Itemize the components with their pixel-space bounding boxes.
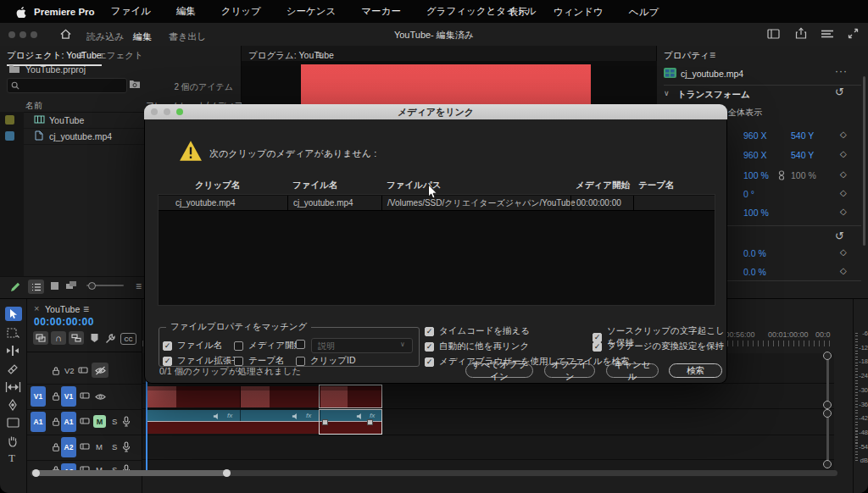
- track-output-off-icon[interactable]: [92, 363, 108, 378]
- source-track-badge-a1[interactable]: A1: [31, 412, 46, 432]
- fit-label[interactable]: 全体表示: [728, 107, 762, 119]
- linked-selection-icon[interactable]: [69, 331, 84, 345]
- selection-tool[interactable]: [5, 307, 22, 321]
- tab-effects[interactable]: エフェクト: [97, 50, 143, 62]
- target-track-badge-v1[interactable]: V1: [61, 386, 76, 407]
- menu-clip[interactable]: クリップ: [209, 5, 274, 18]
- sync-lock-icon[interactable]: [80, 442, 90, 451]
- lock-icon[interactable]: [52, 442, 60, 452]
- zoom-handle-right[interactable]: [223, 469, 231, 477]
- marker-icon[interactable]: [90, 333, 99, 343]
- captions-icon[interactable]: CC: [120, 333, 136, 345]
- audio-scrollbar-handle-top[interactable]: [823, 409, 832, 418]
- checkbox-relink-others[interactable]: ✓自動的に他を再リンク: [425, 341, 529, 352]
- track-label-v2[interactable]: V2: [64, 366, 75, 375]
- icon-view-button[interactable]: [51, 282, 58, 290]
- snap-icon[interactable]: ∩: [51, 331, 66, 345]
- properties-clip-name[interactable]: cj_youtube.mp4: [681, 69, 743, 79]
- keyframe-handle[interactable]: [322, 419, 328, 425]
- video-clip[interactable]: [146, 386, 241, 407]
- param-value[interactable]: 0.0 %: [743, 267, 766, 277]
- position-x-value[interactable]: 960 X: [743, 130, 766, 141]
- checkbox-align-timecode[interactable]: ✓タイムコードを揃える: [425, 325, 530, 337]
- fullscreen-icon[interactable]: [848, 28, 859, 39]
- solo-button[interactable]: S: [112, 442, 117, 451]
- sync-lock-icon[interactable]: [80, 391, 90, 400]
- timeline-hscrollbar-thumb[interactable]: [32, 470, 231, 476]
- program-panel-menu-icon[interactable]: ≡: [316, 49, 322, 61]
- checkbox-file-extension[interactable]: ✓ファイル拡張子: [163, 355, 240, 367]
- size-y-value[interactable]: 540 Y: [791, 150, 814, 160]
- list-view-button[interactable]: [28, 280, 44, 294]
- search-input[interactable]: [7, 78, 127, 93]
- video-scrollbar-handle-bottom[interactable]: [823, 401, 832, 409]
- checkbox-media-start[interactable]: メディア開始: [234, 340, 303, 352]
- sync-lock-icon[interactable]: [78, 366, 88, 374]
- zoom-handle-left[interactable]: [32, 469, 40, 477]
- checkbox-file-name[interactable]: ✓ファイル名: [163, 340, 222, 352]
- audio-clip[interactable]: fx: [241, 410, 320, 422]
- track-select-tool[interactable]: [7, 328, 19, 339]
- new-bin-icon[interactable]: [129, 80, 141, 89]
- column-name[interactable]: 名前: [25, 100, 42, 112]
- keyframe-handle[interactable]: [367, 419, 373, 425]
- section2-reset-icon[interactable]: ↺: [835, 230, 844, 241]
- share-icon[interactable]: [795, 27, 807, 40]
- sync-lock-icon[interactable]: [80, 417, 90, 425]
- type-tool[interactable]: T: [8, 451, 15, 465]
- wrench-icon[interactable]: [105, 333, 116, 344]
- properties-title[interactable]: プロパティ: [664, 50, 709, 62]
- description-dropdown[interactable]: 説明 ∨: [311, 338, 413, 353]
- mute-button[interactable]: M: [96, 442, 103, 451]
- scale-x-value[interactable]: 100 %: [743, 170, 769, 180]
- col-file-name[interactable]: ファイル名: [292, 180, 337, 191]
- timeline-tab[interactable]: YouTube: [45, 304, 80, 314]
- transform-reset-icon[interactable]: ↺: [835, 86, 844, 97]
- checkbox-clip-id[interactable]: クリップID: [296, 355, 355, 367]
- apple-icon[interactable]: [15, 6, 26, 18]
- solo-button[interactable]: S: [112, 417, 117, 426]
- item-label[interactable]: cj_youtube.mp4: [49, 131, 112, 141]
- checkbox-description[interactable]: [296, 340, 305, 349]
- keyframe-diamond-icon[interactable]: ◇: [840, 267, 847, 275]
- close-timeline-icon[interactable]: ×: [34, 303, 39, 313]
- menu-marker[interactable]: マーカー: [348, 5, 414, 18]
- lock-icon[interactable]: [52, 417, 60, 427]
- nest-sequence-icon[interactable]: [33, 331, 48, 345]
- menu-sequence[interactable]: シーケンス: [274, 5, 349, 18]
- zoom-slider-handle[interactable]: [88, 282, 96, 290]
- mic-icon[interactable]: [122, 441, 131, 453]
- col-tape-name[interactable]: テープ名: [638, 180, 675, 191]
- menu-app-name[interactable]: Premiere Pro: [34, 7, 95, 17]
- mute-button-active[interactable]: M: [93, 415, 106, 428]
- video-scrollbar-track[interactable]: [826, 358, 829, 402]
- scale-y-value[interactable]: 100 %: [791, 170, 816, 180]
- source-track-badge-v1[interactable]: V1: [31, 386, 46, 407]
- keyframe-diamond-icon[interactable]: ◇: [840, 150, 847, 158]
- checkbox-tape-name[interactable]: テープ名: [234, 355, 285, 367]
- timeline-menu-icon[interactable]: ≡: [83, 303, 89, 315]
- offline-all-button[interactable]: すべてオフライン: [465, 363, 533, 378]
- ripple-edit-tool[interactable]: [6, 346, 19, 356]
- track-output-icon[interactable]: [95, 392, 106, 402]
- opacity-value[interactable]: 100 %: [743, 208, 769, 218]
- size-x-value[interactable]: 960 X: [743, 150, 766, 160]
- playhead-timecode[interactable]: 00:00:00:00: [34, 316, 94, 328]
- lock-icon[interactable]: [52, 366, 60, 376]
- workspace-settings-icon[interactable]: [821, 30, 834, 38]
- audio-scrollbar-handle-bottom[interactable]: [823, 460, 832, 468]
- menu-window[interactable]: ウィンドウ: [541, 6, 616, 19]
- panel-layout-icon[interactable]: [767, 29, 780, 39]
- col-media-start[interactable]: メディア開始: [576, 180, 630, 191]
- transform-chevron-icon[interactable]: ∨: [664, 89, 670, 97]
- offline-button[interactable]: オフライン: [544, 363, 595, 378]
- footer-menu-icon[interactable]: ≡: [136, 280, 142, 292]
- checkbox-preserve-interpret[interactable]: ✓フッテージの変換設定を保持: [593, 341, 724, 352]
- menu-file[interactable]: ファイル: [98, 5, 164, 18]
- menu-edit[interactable]: 編集: [164, 5, 209, 18]
- clip-more-icon[interactable]: ···: [835, 65, 848, 77]
- mic-icon[interactable]: [122, 416, 131, 428]
- keyframe-diamond-icon[interactable]: ◇: [840, 130, 847, 139]
- audio-scrollbar-track[interactable]: [826, 416, 829, 462]
- keyframe-diamond-icon[interactable]: ◇: [840, 248, 847, 257]
